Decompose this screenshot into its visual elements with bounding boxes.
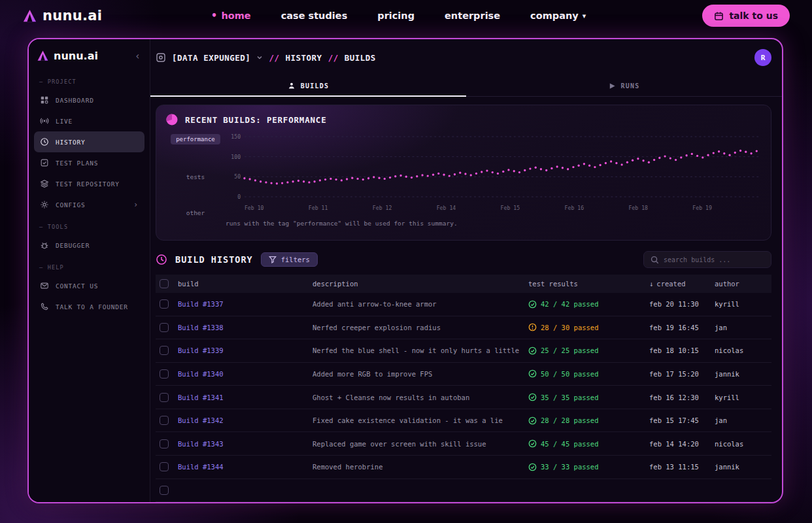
builds-icon — [288, 82, 296, 90]
filters-button[interactable]: filters — [261, 252, 318, 267]
sort-desc-icon: ↓ — [649, 280, 653, 288]
check-square-icon — [40, 158, 49, 167]
top-navbar: nunu.ai home case studies pricing enterp… — [0, 0, 812, 31]
build-link[interactable]: Build #1344 — [178, 463, 313, 471]
talk-to-us-button[interactable]: talk to us — [702, 5, 790, 27]
sidebar-item-configs[interactable]: CONFIGS › — [34, 194, 144, 215]
nav-item-case-studies[interactable]: case studies — [281, 10, 348, 21]
column-header-author[interactable]: author — [715, 280, 764, 288]
created-at: feb 17 15:20 — [649, 370, 715, 378]
tab-builds[interactable]: BUILDS — [150, 76, 466, 97]
avatar[interactable]: R — [754, 49, 771, 66]
check-circle-icon — [528, 346, 537, 355]
created-at: feb 18 10:15 — [649, 346, 715, 354]
row-checkbox[interactable] — [160, 299, 169, 309]
created-at: feb 14 14:20 — [649, 440, 715, 448]
chevron-down-icon — [256, 54, 263, 61]
project-icon — [156, 52, 166, 63]
nav-item-enterprise[interactable]: enterprise — [445, 10, 500, 21]
table-row[interactable]: Build #1340 Added more RGB to improve FP… — [156, 363, 771, 386]
tag-tests[interactable]: tests — [186, 173, 205, 180]
sidebar-brand-name: nunu.ai — [54, 50, 98, 62]
sidebar-item-history[interactable]: HISTORY — [34, 131, 144, 152]
chevron-right-icon: › — [133, 200, 139, 209]
author: jan — [715, 416, 764, 424]
table-row[interactable]: Build #1338 Nerfed creeper explosion rad… — [156, 316, 771, 340]
calendar-icon — [714, 11, 724, 21]
build-description: Fixed cake existence validation - it was… — [313, 416, 528, 424]
check-circle-icon — [528, 439, 537, 448]
row-checkbox[interactable] — [160, 439, 169, 448]
sidebar-item-test-plans[interactable]: TEST PLANS — [34, 152, 144, 173]
project-selector[interactable]: [DATA EXPUNGED] — [172, 53, 250, 63]
mail-icon — [40, 281, 49, 290]
check-circle-icon — [528, 369, 537, 378]
created-at: feb 13 11:15 — [649, 463, 715, 471]
table-row[interactable]: Build #1337 Added anti arrow-to-knee arm… — [156, 293, 771, 316]
svg-text:Feb 11: Feb 11 — [309, 205, 328, 211]
test-results: 25 / 25 passed — [528, 346, 649, 355]
breadcrumb-separator: // — [269, 53, 279, 63]
breadcrumb-history[interactable]: HISTORY — [285, 53, 322, 63]
sidebar-item-contact-us[interactable]: CONTACT US — [34, 275, 144, 296]
sidebar-item-live[interactable]: LIVE — [34, 110, 144, 131]
test-results: 28 / 28 passed — [528, 416, 649, 425]
column-header-created[interactable]: ↓ created — [649, 280, 715, 288]
column-header-description[interactable]: description — [313, 280, 528, 288]
build-link[interactable]: Build #1339 — [178, 346, 313, 354]
nav-item-home[interactable]: home — [211, 10, 251, 22]
sidebar-item-test-repository[interactable]: TEST REPOSITORY — [34, 173, 144, 194]
table-row[interactable]: Build #1341 Ghost + Cleanse now results … — [156, 386, 771, 409]
author: jannik — [715, 370, 764, 378]
build-link[interactable]: Build #1337 — [178, 300, 313, 308]
select-all-checkbox[interactable] — [160, 279, 169, 288]
author: jannik — [715, 463, 764, 471]
test-results: 45 / 45 passed — [528, 439, 649, 448]
author: nicolas — [715, 440, 764, 448]
chart-caption: runs with the tag "performance" will be … — [226, 220, 762, 227]
build-history-title: BUILD HISTORY — [175, 254, 253, 265]
svg-text:Feb 15: Feb 15 — [501, 205, 520, 211]
row-checkbox[interactable] — [160, 416, 169, 425]
test-results: 50 / 50 passed — [528, 369, 649, 378]
row-checkbox[interactable] — [160, 369, 169, 379]
table-row-partial[interactable] — [156, 479, 771, 503]
row-checkbox[interactable] — [160, 323, 169, 332]
sidebar-item-dashboard[interactable]: DASHBOARD — [34, 90, 144, 110]
tab-runs[interactable]: RUNS — [466, 76, 782, 97]
content-area: RECENT BUILDS: PERFORMANCE performance t… — [150, 97, 782, 502]
sidebar-item-talk-to-founder[interactable]: TALK TO A FOUNDER — [34, 296, 144, 317]
breadcrumb-builds[interactable]: BUILDS — [345, 53, 376, 63]
row-checkbox[interactable] — [160, 346, 169, 355]
search-input[interactable] — [664, 256, 764, 263]
sidebar-collapse-button[interactable]: ‹ — [133, 50, 142, 62]
build-link[interactable]: Build #1342 — [178, 416, 313, 424]
bug-icon — [40, 241, 49, 250]
build-link[interactable]: Build #1343 — [178, 440, 313, 448]
table-row[interactable]: Build #1344 Removed herobrine 33 / 33 pa… — [156, 456, 771, 479]
nav-item-company[interactable]: company ▾ — [530, 10, 586, 21]
row-checkbox[interactable] — [160, 393, 169, 402]
author: nicolas — [715, 346, 764, 354]
tag-other[interactable]: other — [186, 209, 205, 216]
sidebar-item-debugger[interactable]: DEBUGGER — [34, 235, 144, 256]
svg-text:Feb 18: Feb 18 — [628, 205, 648, 211]
build-description: Ghost + Cleanse now results in autoban — [313, 394, 528, 401]
column-header-test-results[interactable]: test results — [528, 280, 649, 288]
row-checkbox[interactable] — [160, 462, 169, 471]
table-row[interactable]: Build #1339 Nerfed the blue shell - now … — [156, 339, 771, 363]
tag-performance[interactable]: performance — [171, 134, 220, 144]
table-row[interactable]: Build #1342 Fixed cake existence validat… — [156, 409, 771, 433]
svg-text:50: 50 — [234, 173, 241, 180]
column-header-build[interactable]: build — [178, 280, 313, 288]
table-row[interactable]: Build #1343 Replaced game over screen wi… — [156, 432, 771, 456]
brand-logo[interactable]: nunu.ai — [22, 8, 102, 24]
gear-icon — [40, 200, 49, 209]
check-circle-icon — [528, 300, 537, 309]
test-results: 35 / 35 passed — [528, 393, 649, 401]
nav-item-pricing[interactable]: pricing — [377, 10, 414, 21]
build-link[interactable]: Build #1338 — [178, 324, 313, 331]
build-link[interactable]: Build #1341 — [178, 394, 313, 401]
build-link[interactable]: Build #1340 — [178, 370, 313, 378]
row-checkbox[interactable] — [160, 486, 169, 495]
